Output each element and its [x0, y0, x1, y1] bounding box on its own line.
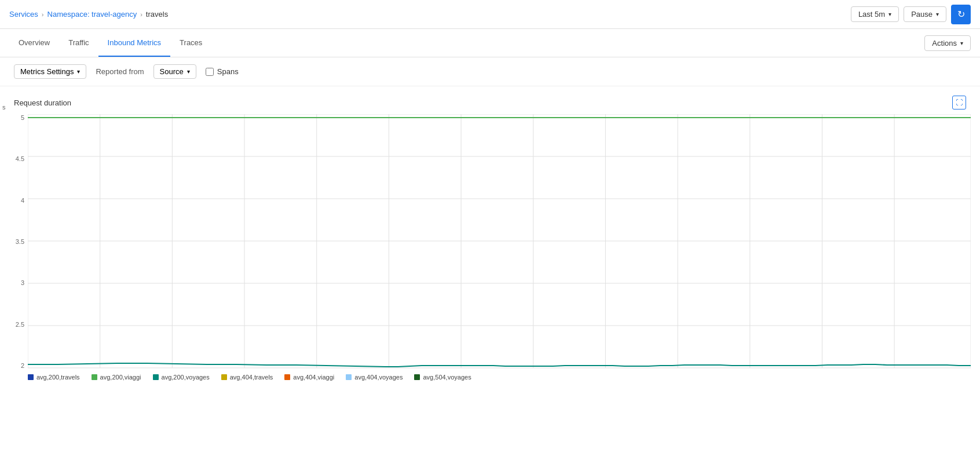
actions-caret-icon: ▾ — [960, 40, 963, 46]
pause-label: Pause — [911, 10, 933, 19]
reported-from-label: Reported from — [96, 67, 144, 76]
legend-item-avg-404-travels: avg,404,travels — [221, 374, 273, 381]
breadcrumb-sep-2: › — [140, 11, 142, 18]
legend-item-avg-404-voyages: avg,404,voyages — [346, 374, 403, 381]
y-label-2-5: 2.5 — [2, 321, 24, 328]
legend-label-avg-504-voyages: avg,504,voyages — [423, 374, 471, 381]
chart-header: Request duration ⛶ — [0, 96, 980, 114]
y-label-2: 2 — [2, 362, 24, 369]
y-label-3-5: 3.5 — [2, 238, 24, 245]
legend-item-avg-200-viaggi: avg,200,viaggi — [92, 374, 141, 381]
tab-overview[interactable]: Overview — [9, 29, 59, 57]
time-range-dropdown[interactable]: Last 5m ▾ — [851, 6, 899, 22]
legend-label-avg-200-travels: avg,200,travels — [36, 374, 80, 381]
chart-svg: :30 09 AM :30 09:01 :30 09:02 :30 09:03 … — [28, 114, 971, 369]
y-label-4: 4 — [2, 197, 24, 204]
chart-title: Request duration — [14, 98, 71, 107]
legend-label-avg-404-voyages: avg,404,voyages — [354, 374, 403, 381]
legend-color-avg-404-voyages — [346, 374, 352, 380]
breadcrumb-namespace[interactable]: Namespace: travel-agency — [47, 10, 137, 19]
legend-label-avg-404-viaggi: avg,404,viaggi — [293, 374, 334, 381]
source-dropdown[interactable]: Source ▾ — [153, 64, 196, 79]
legend-label-avg-404-travels: avg,404,travels — [230, 374, 273, 381]
tab-traffic[interactable]: Traffic — [59, 29, 98, 57]
chart-container: Request duration ⛶ s 5 4.5 4 3.5 3 2.5 2 — [0, 86, 980, 383]
chart-expand-button[interactable]: ⛶ — [952, 96, 966, 109]
tabs-bar: Overview Traffic Inbound Metrics Traces … — [0, 29, 980, 57]
tab-inbound-metrics[interactable]: Inbound Metrics — [98, 29, 171, 57]
pause-dropdown[interactable]: Pause ▾ — [904, 6, 946, 22]
actions-label: Actions — [932, 39, 957, 48]
refresh-icon: ↻ — [957, 9, 965, 20]
breadcrumb-current: travels — [146, 10, 168, 19]
legend-color-avg-200-viaggi — [92, 374, 97, 380]
legend-item-avg-404-viaggi: avg,404,viaggi — [284, 374, 334, 381]
metrics-settings-caret-icon: ▾ — [77, 68, 80, 75]
y-label-5: 5 — [2, 114, 24, 121]
y-axis: 5 4.5 4 3.5 3 2.5 2 — [2, 114, 24, 369]
time-range-caret-icon: ▾ — [888, 11, 891, 17]
legend-color-avg-504-voyages — [414, 374, 420, 380]
chart-area: s 5 4.5 4 3.5 3 2.5 2 — [28, 114, 971, 369]
filter-bar: Metrics Settings ▾ Reported from Source … — [0, 57, 980, 86]
y-label-3: 3 — [2, 279, 24, 286]
legend-color-avg-200-voyages — [153, 374, 159, 380]
refresh-button[interactable]: ↻ — [951, 5, 971, 24]
legend-label-avg-200-voyages: avg,200,voyages — [162, 374, 210, 381]
breadcrumb-services[interactable]: Services — [9, 10, 38, 19]
metrics-settings-label: Metrics Settings — [20, 67, 74, 76]
actions-button[interactable]: Actions ▾ — [924, 35, 971, 51]
tab-traces[interactable]: Traces — [170, 29, 211, 57]
source-caret-icon: ▾ — [187, 68, 190, 75]
pause-caret-icon: ▾ — [936, 11, 939, 17]
chart-legend: avg,200,travels avg,200,viaggi avg,200,v… — [0, 369, 980, 383]
spans-checkbox-wrap[interactable]: Spans — [206, 67, 239, 76]
legend-color-avg-404-viaggi — [284, 374, 290, 380]
metrics-settings-dropdown[interactable]: Metrics Settings ▾ — [14, 64, 86, 79]
top-bar: Services › Namespace: travel-agency › tr… — [0, 0, 980, 29]
legend-item-avg-504-voyages: avg,504,voyages — [414, 374, 471, 381]
legend-color-avg-404-travels — [221, 374, 227, 380]
source-label: Source — [160, 67, 184, 76]
legend-item-avg-200-travels: avg,200,travels — [28, 374, 80, 381]
expand-icon: ⛶ — [956, 98, 963, 107]
legend-item-avg-200-voyages: avg,200,voyages — [153, 374, 210, 381]
time-range-label: Last 5m — [858, 10, 885, 19]
y-axis-unit: s — [2, 104, 6, 111]
y-label-4-5: 4.5 — [2, 155, 24, 162]
breadcrumb: Services › Namespace: travel-agency › tr… — [9, 10, 168, 19]
tabs-list: Overview Traffic Inbound Metrics Traces — [9, 29, 211, 57]
spans-checkbox[interactable] — [206, 68, 214, 76]
spans-label: Spans — [217, 67, 239, 76]
legend-label-avg-200-viaggi: avg,200,viaggi — [100, 374, 141, 381]
top-controls: Last 5m ▾ Pause ▾ ↻ — [851, 5, 971, 24]
legend-color-avg-200-travels — [28, 374, 34, 380]
breadcrumb-sep-1: › — [42, 11, 44, 18]
